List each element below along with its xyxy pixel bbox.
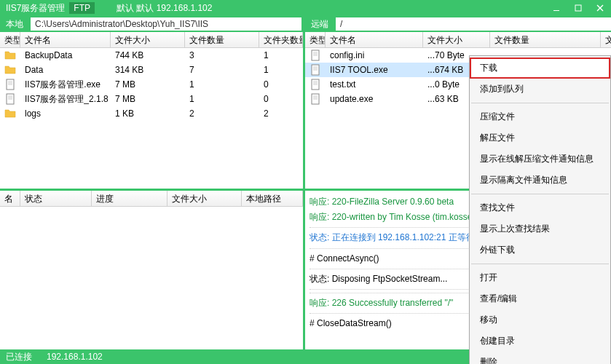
remote-column-headers: 类型 文件名 文件大小 文件数量 文件夹数量 — [305, 32, 611, 48]
menu-item[interactable]: 移动 — [470, 309, 610, 331]
file-size: 1 KB — [111, 107, 185, 120]
file-name: IIS7服务器管理.exe — [20, 77, 111, 92]
menu-item[interactable]: 添加到队列 — [470, 79, 610, 100]
file-count: 2 — [185, 107, 259, 120]
folder-count: 1 — [259, 49, 303, 62]
local-path-input[interactable]: C:\Users\Administrator\Desktop\Yuh_IIS7\… — [31, 17, 301, 31]
col-name[interactable]: 文件名 — [20, 32, 111, 47]
ftp-badge: FTP — [69, 2, 95, 14]
file-size: 314 KB — [111, 63, 185, 76]
svg-rect-0 — [553, 10, 559, 11]
q-col-size[interactable]: 文件大小 — [167, 191, 242, 206]
status-ip: 192.168.1.102 — [47, 352, 103, 362]
menu-item[interactable]: 创建目录 — [470, 331, 610, 352]
minimize-button[interactable] — [545, 0, 567, 16]
status-label: 已连接 — [6, 351, 32, 363]
file-icon — [305, 50, 326, 61]
menu-item[interactable]: 查找文件 — [470, 197, 610, 218]
table-row[interactable]: IIS7服务器管理.exe7 MB10 — [0, 77, 303, 92]
maximize-button[interactable] — [567, 0, 589, 16]
file-count: 1 — [185, 92, 259, 106]
table-row[interactable]: logs1 KB22 — [0, 106, 303, 121]
file-name: config.ini — [326, 49, 423, 62]
close-button[interactable] — [589, 0, 611, 16]
local-file-list[interactable]: BackupData744 KB31Data314 KB71IIS7服务器管理.… — [0, 48, 303, 189]
file-count: 3 — [185, 49, 259, 62]
menu-item[interactable]: 查看/编辑 — [470, 288, 610, 309]
menu-item[interactable]: 外链下载 — [470, 240, 610, 261]
remote-label: 远端 — [305, 18, 334, 31]
col-type[interactable]: 类型 — [305, 32, 326, 47]
q-col-name[interactable]: 名称 — [0, 191, 20, 206]
context-menu: 下载添加到队列压缩文件解压文件显示在线解压缩文件通知信息显示隔离文件通知信息查找… — [469, 55, 611, 364]
file-count: 1 — [185, 78, 259, 91]
folder-icon — [0, 108, 20, 119]
local-label: 本地 — [0, 18, 29, 31]
col-files[interactable]: 文件数量 — [490, 32, 601, 47]
title-bar: IIS7服务器管理 FTP 默认 默认 192.168.1.102 — [0, 0, 611, 16]
title-connection-info: 默认 默认 192.168.1.102 — [117, 2, 212, 15]
col-files[interactable]: 文件数量 — [185, 32, 259, 47]
col-folders[interactable]: 文件夹数量 — [601, 32, 611, 47]
menu-item[interactable]: 显示隔离文件通知信息 — [470, 170, 610, 191]
menu-item[interactable]: 解压文件 — [470, 127, 610, 149]
folder-icon — [0, 50, 20, 61]
file-icon — [305, 64, 326, 76]
folder-count: 2 — [259, 107, 303, 120]
q-col-status[interactable]: 状态 — [20, 191, 92, 206]
folder-count: 0 — [259, 92, 303, 106]
file-size: 7 MB — [111, 78, 185, 91]
file-name: IIS7 TOOL.exe — [326, 63, 423, 76]
table-row[interactable]: Data314 KB71 — [0, 63, 303, 77]
svg-rect-1 — [575, 5, 581, 11]
app-title: IIS7服务器管理 — [0, 2, 65, 15]
local-column-headers: 类型 文件名 文件大小 文件数量 文件夹数量 — [0, 32, 303, 48]
file-icon — [305, 79, 326, 90]
q-col-progress[interactable]: 进度 — [92, 191, 167, 206]
file-name: IIS7服务器管理_2.1.8 — [20, 92, 111, 107]
menu-item[interactable]: 压缩文件 — [470, 106, 610, 127]
file-icon — [0, 93, 20, 105]
queue-column-headers: 名称 状态 进度 文件大小 本地路径 — [0, 191, 303, 207]
table-row[interactable]: BackupData744 KB31 — [0, 48, 303, 63]
queue-panel: 名称 状态 进度 文件大小 本地路径 — [0, 191, 305, 349]
file-name: logs — [20, 107, 111, 120]
window-controls — [545, 0, 611, 16]
col-name[interactable]: 文件名 — [326, 32, 423, 47]
file-count: 7 — [185, 63, 259, 76]
col-size[interactable]: 文件大小 — [423, 32, 490, 47]
remote-path-input[interactable]: / — [336, 17, 611, 31]
menu-item[interactable]: 显示在线解压缩文件通知信息 — [470, 149, 610, 170]
col-size[interactable]: 文件大小 — [111, 32, 185, 47]
queue-list[interactable] — [0, 207, 303, 349]
folder-icon — [0, 64, 20, 76]
table-row[interactable]: IIS7服务器管理_2.1.87 MB10 — [0, 92, 303, 106]
col-type[interactable]: 类型 — [0, 32, 20, 47]
menu-item[interactable]: 打开 — [470, 267, 610, 288]
file-name: test.txt — [326, 78, 423, 91]
file-name: Data — [20, 63, 111, 76]
folder-count: 1 — [259, 63, 303, 76]
file-size: 744 KB — [111, 49, 185, 62]
file-icon — [305, 93, 326, 105]
file-name: update.exe — [326, 92, 423, 106]
file-icon — [0, 79, 20, 90]
menu-item[interactable]: 删除 — [470, 352, 610, 364]
folder-count: 0 — [259, 78, 303, 91]
local-panel: 本地 C:\Users\Administrator\Desktop\Yuh_II… — [0, 16, 305, 189]
menu-item[interactable]: 下载 — [470, 58, 610, 79]
q-col-path[interactable]: 本地路径 — [242, 191, 303, 206]
file-name: BackupData — [20, 49, 111, 62]
file-size: 7 MB — [111, 92, 185, 106]
col-folders[interactable]: 文件夹数量 — [259, 32, 303, 47]
menu-item[interactable]: 显示上次查找结果 — [470, 218, 610, 240]
